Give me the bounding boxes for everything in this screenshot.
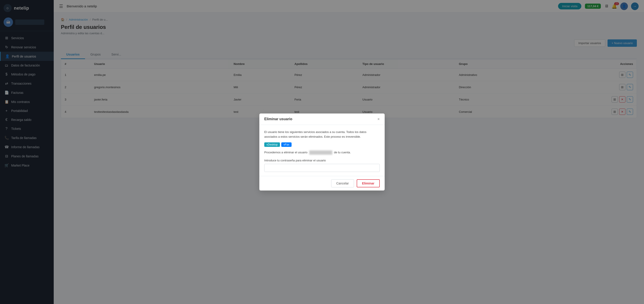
modal-overlay: Eliminar usuario × El usuario tiene los … — [54, 13, 644, 304]
modal-pw-label: Introduce tu contraseña para eliminar el… — [264, 159, 380, 162]
modal-title: Eliminar usuario — [264, 117, 292, 121]
modal-eliminar: Eliminar usuario × El usuario tiene los … — [259, 114, 385, 190]
modal-header: Eliminar usuario × — [259, 114, 385, 125]
delete-button[interactable]: Eliminar — [357, 179, 380, 187]
content-area: 🏠 / Administración / Perfil de u... Perf… — [54, 13, 644, 304]
badge-vdesktop: vDesktop — [264, 142, 280, 147]
main-area: ☰ Bienvenido a netelip Iniciar visita 11… — [54, 0, 644, 304]
modal-body: El usuario tiene los siguientes servicio… — [259, 125, 385, 176]
modal-password-input[interactable] — [264, 164, 380, 172]
modal-user-line: Procedemos a eliminar el usuario de tu c… — [264, 150, 380, 155]
modal-close-button[interactable]: × — [377, 117, 380, 121]
modal-description: El usuario tiene los siguientes servicio… — [264, 130, 380, 139]
modal-user-blurred — [309, 150, 332, 155]
service-badges: vDesktop vFax — [264, 142, 380, 147]
modal-footer: Cancelar Eliminar — [259, 176, 385, 190]
cancel-button[interactable]: Cancelar — [331, 179, 354, 187]
badge-vfax: vFax — [281, 142, 292, 147]
